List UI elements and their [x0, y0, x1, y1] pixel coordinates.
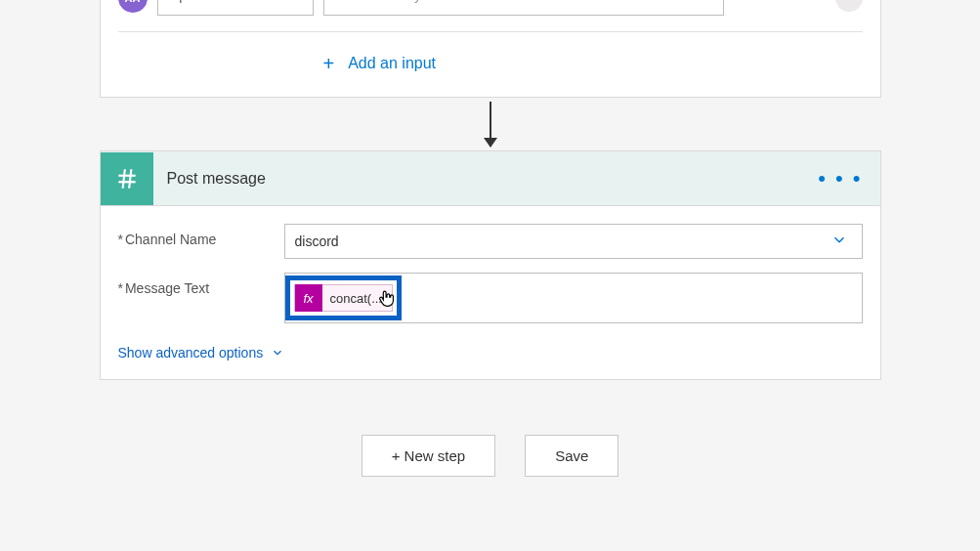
- svg-line-3: [129, 169, 131, 189]
- trigger-card: AA Inputs Please enter your email + Add …: [100, 0, 881, 98]
- show-advanced-options[interactable]: Show advanced options: [118, 345, 285, 360]
- action-title: Post message: [167, 170, 266, 188]
- trigger-input-row: AA Inputs Please enter your email: [118, 0, 863, 32]
- add-input-button[interactable]: + Add an input: [118, 32, 863, 79]
- action-card: Post message • • • *Channel Name discord: [100, 150, 881, 380]
- channel-name-label: *Channel Name: [118, 224, 284, 247]
- input-name-field[interactable]: Inputs: [157, 0, 314, 16]
- footer-buttons: + New step Save: [362, 435, 619, 477]
- chevron-down-icon: [271, 346, 284, 360]
- channel-name-dropdown[interactable]: discord: [284, 224, 863, 259]
- expression-token[interactable]: fx concat(...: [294, 284, 393, 312]
- message-text-label: *Message Text: [118, 273, 284, 296]
- svg-line-2: [122, 169, 124, 189]
- chevron-down-icon: [831, 232, 848, 252]
- action-menu-button[interactable]: • • •: [818, 166, 862, 191]
- expression-token-text: concat(...: [330, 291, 382, 306]
- save-button[interactable]: Save: [525, 435, 618, 477]
- channel-name-row: *Channel Name discord: [118, 224, 863, 259]
- channel-name-value: discord: [295, 233, 339, 249]
- new-step-button[interactable]: + New step: [362, 435, 495, 477]
- fx-icon: fx: [295, 284, 322, 312]
- action-header[interactable]: Post message • • •: [101, 151, 880, 206]
- input-description-field[interactable]: Please enter your email: [323, 0, 724, 16]
- message-text-row: *Message Text fx concat(...: [118, 273, 863, 323]
- show-advanced-label: Show advanced options: [118, 345, 264, 360]
- delete-input-button[interactable]: [835, 0, 863, 12]
- hash-icon: [101, 152, 153, 205]
- avatar: AA: [118, 0, 148, 13]
- expression-highlight: fx concat(...: [285, 276, 402, 320]
- flow-arrow-connector: [490, 102, 491, 147]
- message-text-input[interactable]: fx concat(...: [284, 273, 863, 323]
- plus-icon: +: [323, 54, 335, 73]
- add-input-label: Add an input: [348, 55, 436, 72]
